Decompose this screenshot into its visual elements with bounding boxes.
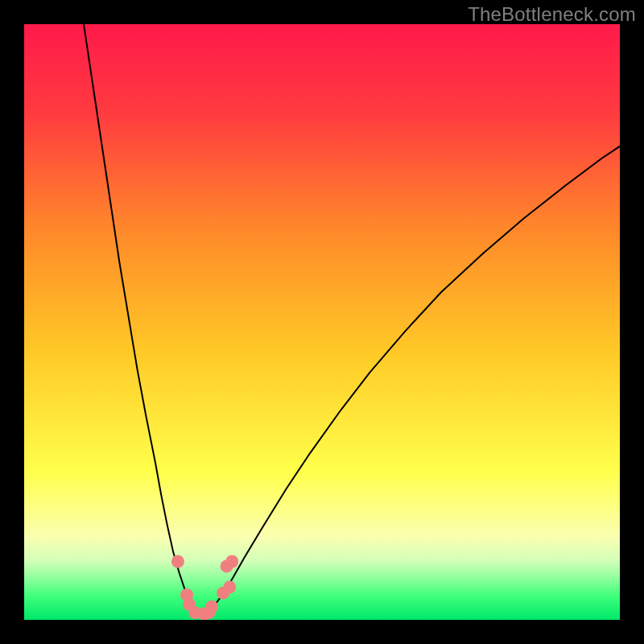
scatter-point: [171, 555, 184, 568]
scatter-point: [205, 601, 218, 613]
watermark-text: TheBottleneck.com: [468, 3, 636, 26]
plot-area: [24, 24, 620, 620]
gradient-background: [24, 24, 620, 620]
chart-frame: TheBottleneck.com: [0, 0, 644, 644]
chart-svg: [24, 24, 620, 620]
scatter-point: [225, 555, 238, 568]
scatter-point: [223, 580, 236, 593]
